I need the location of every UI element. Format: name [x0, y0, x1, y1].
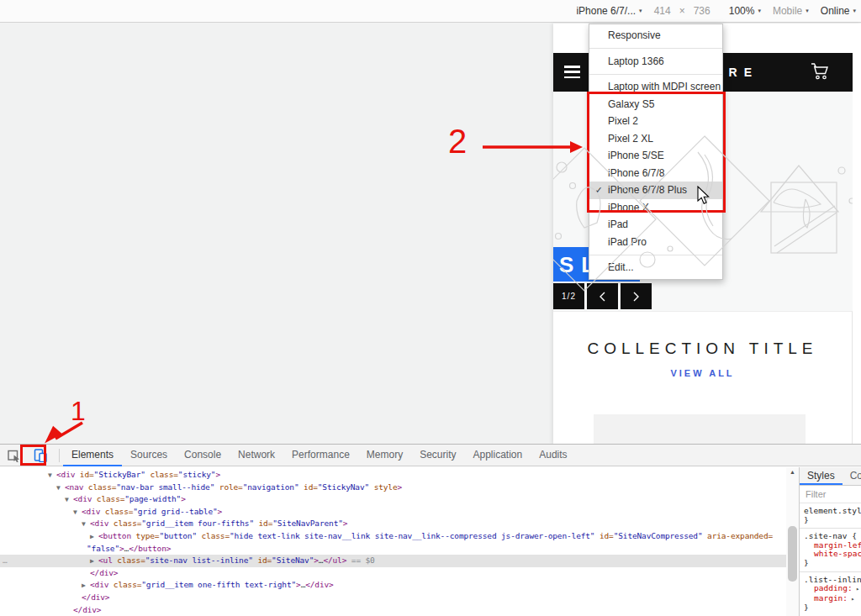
code-token: "grid__item one-fifth text-right"	[141, 580, 296, 589]
code-token: "page-width"	[124, 494, 181, 503]
pager-prev-button[interactable]	[587, 283, 618, 309]
tab-network[interactable]: Network	[230, 445, 283, 466]
code-token: >	[181, 494, 186, 503]
code-token: == $0	[346, 555, 374, 565]
code-token: </div>	[82, 592, 109, 602]
expand-shorthand-icon[interactable]: ▸	[853, 586, 859, 592]
tab-memory[interactable]: Memory	[358, 445, 411, 466]
tab-elements[interactable]: Elements	[63, 445, 122, 466]
code-token: id=	[299, 482, 318, 492]
style-rule[interactable]: element.style {}	[800, 503, 861, 529]
dom-tree-row[interactable]: ▼<nav class="nav-bar small--hide" role="…	[0, 482, 786, 494]
annotation-step-1: 1	[71, 396, 86, 427]
property-name[interactable]: margin:	[814, 593, 848, 603]
css-property[interactable]: white-space:	[804, 550, 861, 559]
device-mode-toolbar: iPhone 6/7/... ▾ 414 × 736 100% ▾ Mobile…	[0, 0, 861, 23]
code-token: "SiteNavCompressed"	[614, 531, 703, 540]
expand-shorthand-icon[interactable]: ▸	[848, 596, 854, 603]
code-token: class=	[113, 555, 145, 565]
dom-tree-row[interactable]: ▼<div id="StickyBar" class="sticky">	[0, 469, 786, 482]
css-property[interactable]: margin: ▸	[804, 594, 861, 604]
zoom-select[interactable]: 100% ▾	[729, 5, 761, 17]
code-token: "nav-bar small--hide"	[116, 482, 214, 492]
rule-selector[interactable]: element.style {	[804, 507, 861, 516]
device-option-pixel-2[interactable]: Pixel 2	[589, 113, 722, 130]
chevron-left-icon	[599, 291, 606, 303]
device-toolbar-toggle-icon[interactable]	[34, 449, 47, 462]
dom-tree-row[interactable]: </div>	[0, 604, 786, 616]
code-token: "false"	[87, 544, 119, 553]
property-name[interactable]: white-space:	[814, 549, 861, 558]
device-option-iphone-x[interactable]: iPhone X	[589, 199, 722, 217]
device-option-iphone-5-se[interactable]: iPhone 5/SE	[589, 147, 722, 165]
code-token: </button>	[129, 544, 171, 553]
code-token: class=	[92, 494, 124, 503]
tab-performance[interactable]: Performance	[283, 445, 358, 466]
device-option-edit-[interactable]: Edit...	[589, 259, 722, 276]
tab-audits[interactable]: Audits	[531, 445, 575, 466]
device-option-label: iPhone 6/7/8	[608, 167, 664, 179]
code-token: type=	[131, 531, 159, 540]
sidebar-tab-styles[interactable]: Styles	[800, 467, 843, 485]
scroll-up-icon[interactable]: ▲	[786, 469, 799, 475]
elements-scrollbar[interactable]: ▲	[786, 467, 799, 616]
styles-sidebar: StylesComputed Filter element.style {}.s…	[799, 467, 861, 616]
row-gutter-ellipsis[interactable]: …	[3, 555, 8, 567]
dom-tree-row[interactable]: ▶<ul class="site-nav list--inline" id="S…	[0, 555, 786, 567]
code-token: ▶	[90, 531, 98, 544]
scrollbar-thumb[interactable]	[788, 526, 797, 582]
code-token: >	[218, 507, 223, 516]
device-option-label: iPad	[608, 218, 628, 230]
dom-tree-row[interactable]: ▶<div class="grid__item one-fifth text-r…	[0, 579, 786, 592]
tab-console[interactable]: Console	[176, 445, 230, 466]
device-option-pixel-2-xl[interactable]: Pixel 2 XL	[589, 130, 722, 148]
device-option-laptop-1366[interactable]: Laptop 1366	[589, 53, 722, 71]
viewport-width-field[interactable]: 414	[654, 5, 671, 17]
view-all-link[interactable]: VIEW ALL	[553, 368, 852, 378]
network-select[interactable]: Online ▾	[821, 5, 856, 17]
code-token: id=	[594, 531, 613, 540]
tab-security[interactable]: Security	[411, 445, 464, 466]
device-option-iphone-6-7-8[interactable]: iPhone 6/7/8	[589, 165, 722, 182]
inspect-element-icon[interactable]	[8, 449, 21, 462]
devtools-tab-bar: ElementsSourcesConsoleNetworkPerformance…	[0, 445, 861, 466]
hamburger-menu-icon[interactable]	[564, 66, 580, 78]
device-option-ipad-pro[interactable]: iPad Pro	[589, 234, 722, 251]
dom-tree-row[interactable]: "false">…</button>	[0, 543, 786, 555]
device-option-galaxy-s5[interactable]: Galaxy S5	[589, 96, 722, 113]
tab-sources[interactable]: Sources	[122, 445, 176, 466]
code-token: id=	[75, 470, 93, 479]
style-rule[interactable]: .list--inline {padding: ▸margin: ▸}	[800, 572, 861, 616]
property-name[interactable]: padding:	[814, 583, 853, 592]
dom-tree-row[interactable]: ▼<div class="page-width">	[0, 493, 786, 506]
code-token: <div	[82, 507, 100, 516]
dom-tree-row[interactable]: ▼<div class="grid__item four-fifths" id=…	[0, 518, 786, 530]
devtools-panel: ElementsSourcesConsoleNetworkPerformance…	[0, 444, 861, 616]
styles-filter-input[interactable]: Filter	[800, 486, 861, 503]
device-select[interactable]: iPhone 6/7/... ▾	[576, 5, 642, 17]
device-option-iphone-6-7-8-plus[interactable]: ✓iPhone 6/7/8 Plus	[589, 182, 722, 199]
device-option-ipad[interactable]: iPad	[589, 216, 722, 234]
chevron-right-icon	[632, 291, 640, 303]
dom-tree-row[interactable]: ▶<button type="button" class="hide text-…	[0, 530, 786, 543]
cart-icon[interactable]	[810, 62, 830, 81]
chevron-down-icon: ▾	[639, 8, 642, 14]
viewport-height-field[interactable]: 736	[694, 5, 710, 17]
property-name[interactable]: margin-left:	[814, 540, 861, 550]
pager-next-button[interactable]	[621, 283, 652, 309]
throttle-select[interactable]: Mobile ▾	[773, 5, 809, 17]
dom-tree-row[interactable]: </div>	[0, 567, 786, 580]
devtools-tabs: ElementsSourcesConsoleNetworkPerformance…	[63, 445, 576, 466]
dom-tree-row[interactable]: </div>	[0, 592, 786, 604]
dom-tree-row[interactable]: ▼<div class="grid grid--table">	[0, 506, 786, 519]
style-rule[interactable]: .site-nav {margin-left:white-space:}	[800, 529, 861, 571]
annotation-step-2: 2	[448, 123, 467, 161]
pager-counter: 1/2	[553, 283, 584, 309]
device-option-laptop-with-mdpi-screen[interactable]: Laptop with MDPI screen	[589, 78, 722, 96]
tab-application[interactable]: Application	[465, 445, 531, 466]
zoom-select-label: 100%	[729, 5, 755, 17]
device-option-label: Pixel 2	[608, 115, 638, 127]
rule-close-brace: }	[804, 559, 861, 568]
device-option-responsive[interactable]: Responsive	[589, 27, 722, 45]
sidebar-tab-computed[interactable]: Computed	[843, 467, 861, 485]
